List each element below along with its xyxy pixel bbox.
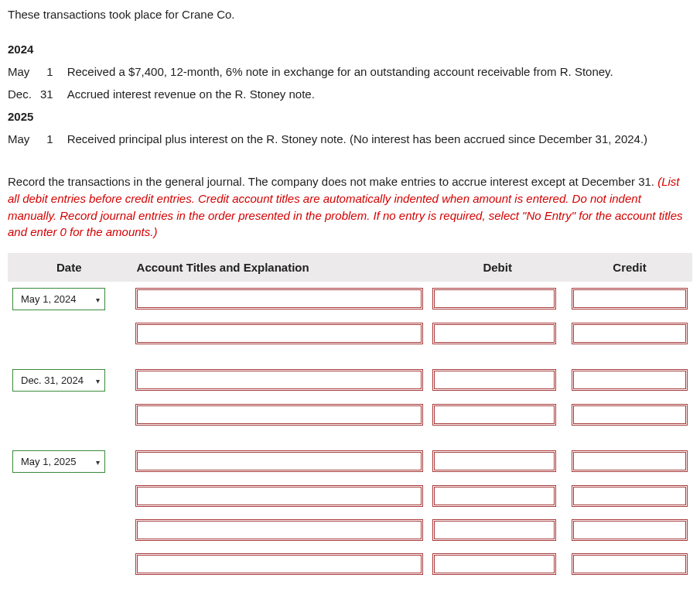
chevron-down-icon: ▾ [96, 376, 100, 385]
account-input[interactable] [135, 323, 424, 344]
account-input[interactable] [135, 519, 424, 541]
debit-input[interactable] [432, 519, 556, 541]
credit-input[interactable] [572, 485, 688, 507]
tx-day: 1 [40, 60, 67, 83]
tx-desc: Accrued interest revenue on the R. Stone… [67, 83, 655, 105]
date-select-3[interactable]: May 1, 2025 ▾ [12, 450, 105, 473]
debit-input[interactable] [432, 369, 556, 391]
tx-desc: Received principal plus interest on the … [67, 128, 655, 150]
year-heading: 2024 [8, 38, 655, 60]
journal-table: Date Account Titles and Explanation Debi… [8, 253, 692, 581]
debit-input[interactable] [432, 323, 556, 344]
tx-month: May [8, 60, 40, 83]
account-input[interactable] [135, 450, 424, 472]
account-input[interactable] [135, 485, 424, 507]
debit-input[interactable] [432, 485, 556, 507]
chevron-down-icon: ▾ [96, 295, 100, 303]
header-debit: Debit [428, 253, 567, 282]
account-input[interactable] [135, 369, 424, 391]
credit-input[interactable] [572, 553, 688, 575]
account-input[interactable] [135, 553, 424, 575]
date-select-2[interactable]: Dec. 31, 2024 ▾ [12, 369, 105, 392]
tx-month: May [8, 128, 40, 150]
date-select-value: May 1, 2024 [21, 293, 77, 305]
header-date: Date [8, 253, 131, 282]
debit-input[interactable] [432, 450, 556, 472]
debit-input[interactable] [432, 553, 556, 575]
account-input[interactable] [135, 404, 424, 426]
credit-input[interactable] [572, 404, 688, 426]
date-select-1[interactable]: May 1, 2024 ▾ [12, 288, 105, 310]
tx-day: 1 [40, 128, 67, 150]
year-heading: 2025 [8, 105, 655, 128]
intro-text: These transactions took place for Crane … [8, 8, 692, 21]
debit-input[interactable] [432, 288, 556, 310]
date-select-value: Dec. 31, 2024 [21, 375, 84, 386]
header-account: Account Titles and Explanation [131, 253, 429, 282]
credit-input[interactable] [572, 369, 688, 391]
tx-month: Dec. [8, 83, 40, 105]
header-credit: Credit [567, 253, 692, 282]
date-select-value: May 1, 2025 [21, 456, 77, 467]
credit-input[interactable] [572, 323, 688, 344]
credit-input[interactable] [572, 288, 688, 310]
tx-day: 31 [40, 83, 67, 105]
debit-input[interactable] [432, 404, 556, 426]
instructions-plain: Record the transactions in the general j… [8, 175, 657, 188]
chevron-down-icon: ▾ [96, 457, 100, 466]
account-input[interactable] [135, 288, 424, 310]
credit-input[interactable] [572, 450, 688, 472]
credit-input[interactable] [572, 519, 688, 541]
tx-desc: Received a $7,400, 12-month, 6% note in … [67, 60, 655, 83]
transactions-list: 2024 May 1 Received a $7,400, 12-month, … [8, 38, 655, 150]
instructions: Record the transactions in the general j… [8, 173, 692, 241]
